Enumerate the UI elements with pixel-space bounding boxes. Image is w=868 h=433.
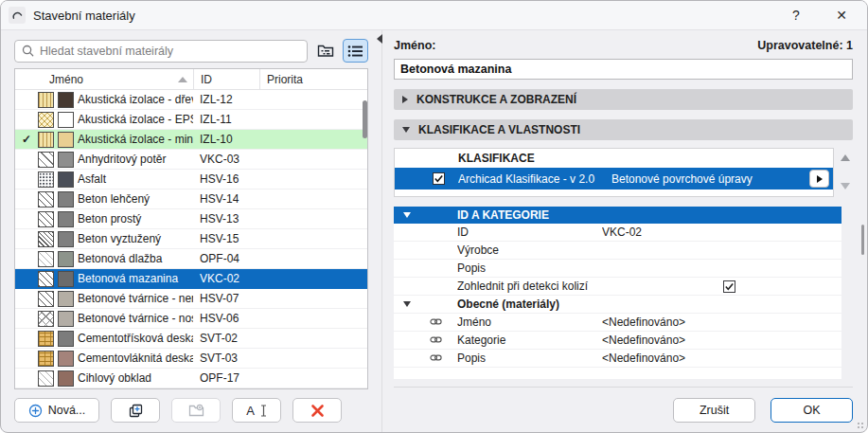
tree-view-button[interactable] bbox=[312, 39, 338, 63]
delete-button[interactable] bbox=[292, 398, 342, 423]
rename-icon: A bbox=[246, 404, 255, 418]
property-group-header[interactable]: Obecné (materiály) bbox=[394, 296, 841, 314]
search-input[interactable] bbox=[40, 45, 300, 58]
search-box[interactable] bbox=[14, 40, 308, 63]
color-swatch bbox=[58, 132, 74, 148]
property-label: Jméno bbox=[457, 316, 602, 329]
list-scrollbar[interactable] bbox=[363, 100, 367, 138]
property-value[interactable]: VKC-02 bbox=[602, 226, 841, 239]
material-name: Cementotřísková deska bbox=[78, 332, 193, 345]
table-row[interactable]: Betonová mazaninaVKC-02 bbox=[15, 269, 367, 289]
property-row[interactable]: Zohlednit při detekci kolizí bbox=[394, 278, 841, 296]
property-group-header[interactable]: ID A KATEGORIE bbox=[394, 207, 841, 224]
table-row[interactable]: Akustická izolace - dřevov...IZL-12 bbox=[15, 90, 367, 110]
material-name: Beton vyztužený bbox=[78, 232, 193, 245]
property-row[interactable]: Kategorie<Nedefinováno> bbox=[394, 332, 841, 350]
sort-ascending-icon bbox=[178, 77, 187, 82]
material-id: HSV-14 bbox=[193, 192, 259, 206]
table-row[interactable]: AsfaltHSV-16 bbox=[15, 170, 367, 189]
material-id: HSV-13 bbox=[193, 212, 259, 226]
material-id: VKC-03 bbox=[193, 153, 259, 166]
material-id: HSV-07 bbox=[193, 292, 259, 305]
material-id: SVT-02 bbox=[193, 332, 259, 345]
property-row[interactable]: Výrobce bbox=[394, 242, 841, 260]
table-row[interactable]: Beton prostýHSV-13 bbox=[15, 209, 367, 229]
resize-grip[interactable] bbox=[857, 422, 864, 429]
table-row[interactable]: Betonové tvárnice - nosnéHSV-06 bbox=[15, 309, 367, 329]
property-label: Zohlednit při detekci kolizí bbox=[457, 280, 602, 293]
property-label: Popis bbox=[457, 262, 602, 275]
table-row[interactable]: Cihly plné - nenosnéHSV-05 bbox=[15, 388, 367, 389]
table-row[interactable]: Cementotřísková deskaSVT-02 bbox=[15, 329, 367, 349]
section-classification[interactable]: KLASIFIKACE A VLASTNOSTI bbox=[394, 119, 853, 140]
chevron-down-icon bbox=[403, 301, 411, 307]
duplicate-material-button[interactable] bbox=[111, 398, 160, 423]
list-toolbar: Nová... A bbox=[14, 389, 368, 423]
pattern-swatch bbox=[38, 291, 54, 307]
property-row[interactable]: Popis<Nedefinováno> bbox=[394, 350, 841, 368]
classification-list: KLASIFIKACE Archicad Klasifikace - v 2.0… bbox=[394, 148, 834, 197]
classification-expand-button[interactable] bbox=[809, 170, 829, 188]
material-table-body: Akustická izolace - dřevov...IZL-12Akust… bbox=[15, 90, 367, 389]
property-label: Kategorie bbox=[457, 334, 602, 347]
classification-scrollbar[interactable] bbox=[834, 148, 853, 197]
chain-link-icon bbox=[430, 316, 442, 330]
help-button[interactable]: ? bbox=[784, 5, 808, 26]
list-view-button[interactable] bbox=[343, 39, 368, 63]
material-id: OPF-17 bbox=[193, 371, 259, 385]
classification-checkbox[interactable] bbox=[433, 172, 445, 185]
material-name: Betonové tvárnice - nenos... bbox=[78, 292, 193, 305]
panel-collapse-icon[interactable] bbox=[377, 34, 382, 44]
color-swatch bbox=[58, 271, 74, 287]
color-swatch bbox=[58, 171, 74, 188]
table-row[interactable]: ✓Akustická izolace - minerá...IZL-10 bbox=[15, 130, 367, 150]
property-value[interactable]: <Nedefinováno> bbox=[602, 334, 841, 347]
table-row[interactable]: Beton vyztuženýHSV-15 bbox=[15, 229, 367, 249]
column-header-priority[interactable]: Priorita bbox=[259, 69, 354, 89]
group-label: Obecné (materiály) bbox=[457, 298, 559, 311]
scroll-up-icon[interactable] bbox=[841, 154, 850, 161]
classification-row[interactable]: Archicad Klasifikace - v 2.0 Betonové po… bbox=[395, 168, 833, 189]
property-label: ID bbox=[457, 226, 602, 239]
color-swatch bbox=[58, 152, 74, 168]
close-button[interactable]: ✕ bbox=[829, 5, 854, 26]
material-id: IZL-11 bbox=[193, 113, 259, 126]
color-swatch bbox=[58, 92, 74, 108]
table-row[interactable]: Cementovláknitá deskaSVT-03 bbox=[15, 349, 367, 369]
properties-scrollbar[interactable] bbox=[861, 225, 864, 255]
table-row[interactable]: Betonové tvárnice - nenos...HSV-07 bbox=[15, 289, 367, 309]
property-row[interactable]: IDVKC-02 bbox=[394, 224, 841, 242]
table-row[interactable]: Cihlový obkladOPF-17 bbox=[15, 369, 367, 388]
property-value[interactable]: <Nedefinováno> bbox=[602, 316, 841, 329]
column-header-name[interactable]: Jméno bbox=[15, 69, 193, 89]
cancel-button[interactable]: Zrušit bbox=[673, 398, 755, 423]
material-id: OPF-04 bbox=[193, 252, 259, 265]
section-label: KONSTRUKCE A ZOBRAZENÍ bbox=[416, 93, 576, 106]
pattern-swatch bbox=[38, 191, 54, 207]
properties-list: ID A KATEGORIEIDVKC-02VýrobcePopisZohled… bbox=[394, 207, 841, 379]
section-construction[interactable]: KONSTRUKCE A ZOBRAZENÍ bbox=[394, 89, 853, 110]
chain-link-icon bbox=[430, 352, 442, 366]
tree-view-icon bbox=[317, 44, 334, 58]
property-checkbox[interactable] bbox=[723, 280, 735, 293]
material-name-input[interactable] bbox=[394, 59, 853, 80]
color-swatch bbox=[58, 191, 74, 207]
new-material-button[interactable]: Nová... bbox=[14, 398, 99, 423]
chevron-down-icon bbox=[403, 212, 411, 218]
scroll-down-icon[interactable] bbox=[841, 183, 850, 189]
table-row[interactable]: Akustická izolace - EPSIZL-11 bbox=[15, 110, 367, 130]
column-label: Priorita bbox=[267, 73, 303, 86]
property-row[interactable]: Jméno<Nedefinováno> bbox=[394, 314, 841, 332]
pattern-swatch bbox=[38, 251, 54, 267]
color-swatch bbox=[58, 311, 74, 327]
table-row[interactable]: Betonová dlažbaOPF-04 bbox=[15, 249, 367, 269]
property-row[interactable]: Popis bbox=[394, 260, 841, 278]
pattern-swatch bbox=[38, 132, 54, 148]
table-row[interactable]: Beton lehčenýHSV-14 bbox=[15, 189, 367, 209]
ok-button[interactable]: OK bbox=[771, 398, 853, 423]
property-value[interactable]: <Nedefinováno> bbox=[602, 352, 841, 365]
table-row[interactable]: Anhydritový potěrVKC-03 bbox=[15, 150, 367, 170]
material-name: Cementovláknitá deska bbox=[78, 352, 193, 365]
rename-button[interactable]: A bbox=[232, 398, 281, 423]
column-header-id[interactable]: ID bbox=[193, 69, 259, 89]
